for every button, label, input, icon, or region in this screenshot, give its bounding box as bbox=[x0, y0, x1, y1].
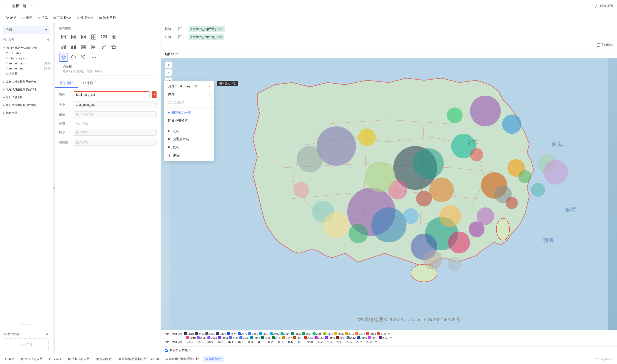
chart-type-number[interactable]: 123 bbox=[99, 32, 108, 42]
svg-point-53 bbox=[470, 96, 501, 126]
sidebar-item-total-msg-cnt[interactable]: # total_msg_cnt bbox=[0, 56, 53, 61]
zoom-out-button[interactable]: − bbox=[165, 69, 172, 76]
legend-scroll2[interactable]: ▼ bbox=[389, 336, 392, 339]
x-axis-pill[interactable]: sender_lng(经度) 平均 bbox=[189, 26, 225, 32]
expand-arrow6: ▶ bbox=[3, 112, 5, 114]
chart-type-bar-group[interactable] bbox=[69, 43, 78, 52]
expand-arrow5: ▶ bbox=[3, 104, 5, 106]
menu-item-desc[interactable]: 降序 › bbox=[164, 90, 214, 98]
view-all-data-checkbox[interactable] bbox=[165, 349, 168, 352]
filter-add-icon[interactable]: ⊕ bbox=[46, 333, 49, 336]
color-field-input[interactable]: total_msg_cnt bbox=[74, 91, 149, 98]
menu-item-display-name[interactable]: ⊞ 设置显示名 bbox=[164, 135, 214, 143]
chart-type-star[interactable] bbox=[109, 43, 118, 52]
sidebar: 全部 ▾ 🔍 ⊕ ▼ 每日各地区发送消息总量 T msg_day # bbox=[0, 23, 53, 354]
bottom-tab-total-msg[interactable]: ▦ 总消息数 bbox=[93, 356, 115, 362]
number-field-icon: # bbox=[6, 57, 8, 60]
svg-point-79 bbox=[403, 208, 419, 224]
svg-marker-40 bbox=[112, 45, 116, 49]
x-axis-dot bbox=[191, 28, 192, 30]
category-dropdown[interactable]: 全部 ▾ bbox=[3, 26, 50, 34]
chart-type-bar-v[interactable] bbox=[109, 32, 118, 42]
tab-component-style[interactable]: 组件样式 bbox=[78, 79, 101, 88]
tooltip-field-row: 提示 拖入字段 bbox=[59, 129, 157, 136]
menu-item-filter[interactable]: ⊟ 过滤... bbox=[164, 127, 214, 135]
group-title-daily[interactable]: ▼ 每日各地区发送消息总量 bbox=[0, 45, 53, 51]
filter-drop-zone[interactable]: 拖入字段 bbox=[4, 338, 49, 351]
toolbar: ↻ 刷新 ↩ 撤销 ↪ 还原 ⊞ 导出Excel ◈ 性能分析 ▦ 数据解释 bbox=[0, 12, 617, 23]
sidebar-item-msg-day[interactable]: T msg_day bbox=[0, 51, 53, 56]
bottom-tab-top10[interactable]: ▦ 发送消息最多的用户TOP10 bbox=[115, 356, 162, 362]
data-explain-button[interactable]: ▦ 数据解释 bbox=[97, 14, 118, 21]
menu-item-delete[interactable]: 🗑 删除 bbox=[164, 151, 214, 159]
menu-item-interval-group[interactable]: 区间分组设置... 相同值为一组 bbox=[164, 117, 214, 125]
sidebar-item-sender-lat[interactable]: # sender_lat (纬度) bbox=[0, 61, 53, 66]
group-title-cross[interactable]: ▶ 跨表字段 bbox=[0, 110, 53, 116]
manual-preview-checkbox[interactable]: 手动预览 bbox=[597, 43, 613, 47]
perf-analysis-button[interactable]: ◈ 性能分析 bbox=[75, 14, 96, 21]
legend-item: 2938 bbox=[229, 336, 238, 339]
tooltip-field-input[interactable]: 拖入字段 bbox=[74, 129, 157, 136]
map-background: 黄海 东海 渤海 北京 🗺 高德地图© 2024 AutoNavi · GS(2… bbox=[161, 58, 617, 330]
bottom-tab-dashboard[interactable]: ⊟ 仪表板 bbox=[46, 356, 65, 362]
refresh-icon: ↻ bbox=[6, 16, 9, 20]
bottom-tab-recv-count[interactable]: ▦ 接收消息人数 bbox=[65, 356, 93, 362]
undo-button[interactable]: ↩ 撤销 bbox=[20, 14, 34, 21]
results-filter-header: 结果过滤器 ⊕ bbox=[4, 332, 49, 336]
chart-type-table[interactable] bbox=[59, 32, 68, 42]
group-title-os[interactable]: ▶ 发送人设备操作系统分布 bbox=[0, 79, 53, 85]
chart-type-map[interactable] bbox=[59, 53, 68, 62]
menu-item-group-same[interactable]: 相同值为一组 bbox=[164, 109, 214, 117]
resize-handle[interactable] bbox=[53, 23, 55, 354]
svg-point-76 bbox=[518, 170, 531, 183]
shape-field-input[interactable]: 拖入一个字段 bbox=[74, 111, 157, 118]
search-input[interactable] bbox=[8, 38, 46, 41]
chart-type-scatter[interactable] bbox=[99, 43, 108, 52]
chart-type-combo[interactable] bbox=[89, 32, 98, 42]
svg-point-80 bbox=[439, 205, 461, 227]
granularity-field-input[interactable]: 拖入字段 bbox=[74, 139, 157, 146]
legend-scroll[interactable]: ▼ bbox=[388, 332, 390, 335]
chart-type-pivot[interactable] bbox=[69, 32, 78, 42]
svg-point-70 bbox=[506, 197, 518, 209]
chart-type-grid[interactable] bbox=[79, 32, 88, 42]
sidebar-item-sender-lng[interactable]: # sender_lng (经度) bbox=[0, 66, 53, 71]
legend-size-scroll[interactable]: ▼ bbox=[375, 340, 377, 343]
redo-button[interactable]: ↪ 还原 bbox=[35, 14, 50, 21]
sidebar-group-daily: ▼ 每日各地区发送消息总量 T msg_day # total_msg_cnt … bbox=[0, 44, 53, 78]
bottom-tab-map[interactable]: ◉ 地图组件 bbox=[203, 356, 224, 362]
chart-type-dots[interactable] bbox=[79, 53, 88, 62]
size-field-input[interactable]: total_msg_cnt bbox=[74, 101, 157, 108]
more-options-icon[interactable]: ••• bbox=[30, 3, 36, 9]
y-axis-dot bbox=[191, 36, 192, 38]
svg-point-44 bbox=[84, 55, 85, 56]
view-all-data-info[interactable]: ⓘ bbox=[189, 348, 192, 352]
group-title-daily-total[interactable]: ▶ 每日消息总量 bbox=[0, 94, 53, 100]
drag-handle: • • • bbox=[0, 320, 53, 329]
tab-graph-props[interactable]: 图形属性 bbox=[55, 79, 78, 88]
blood-view-button[interactable]: 血缘视图 bbox=[595, 4, 613, 8]
group-title-send-recv[interactable]: ▶ 每日发送消息和接收消息... bbox=[0, 102, 53, 108]
chart-type-more[interactable] bbox=[89, 53, 98, 62]
manual-preview-check[interactable] bbox=[597, 43, 600, 47]
menu-item-copy[interactable]: ⊟ 复制 bbox=[164, 143, 214, 151]
color-field-dropdown[interactable]: ▾ bbox=[151, 91, 157, 98]
top-bar-right: 血缘视图 bbox=[595, 4, 613, 8]
chart-type-bar-h[interactable] bbox=[89, 43, 98, 52]
export-excel-button[interactable]: ⊞ 导出Excel bbox=[51, 14, 74, 21]
bottom-tab-data[interactable]: ⊞ 数据 bbox=[2, 356, 17, 362]
menu-item-asc[interactable]: 升序(total_msg_cnt) › bbox=[164, 82, 214, 90]
group-title-top10[interactable]: ▶ 发送消息条数最多的10个... bbox=[0, 87, 53, 92]
y-axis-pill[interactable]: sender_lat(纬度) 平均 bbox=[189, 34, 224, 40]
bottom-tab-os[interactable]: ◑ 发送用户操作系统占比 bbox=[162, 356, 202, 362]
chart-type-line-bar[interactable] bbox=[59, 43, 68, 52]
sidebar-item-records[interactable]: # 记录数 bbox=[0, 71, 53, 77]
bottom-tab-send-count[interactable]: ▦ 发送消息人数 bbox=[18, 356, 46, 362]
chart-type-pie[interactable] bbox=[69, 53, 78, 62]
back-icon[interactable] bbox=[4, 3, 10, 9]
chart-type-heatmap[interactable] bbox=[79, 43, 88, 52]
legend-item: 2874 bbox=[227, 332, 236, 335]
refresh-button[interactable]: ↻ 刷新 bbox=[4, 14, 19, 21]
add-field-icon[interactable]: ⊕ bbox=[47, 38, 50, 41]
zoom-in-button[interactable]: + bbox=[165, 61, 172, 68]
